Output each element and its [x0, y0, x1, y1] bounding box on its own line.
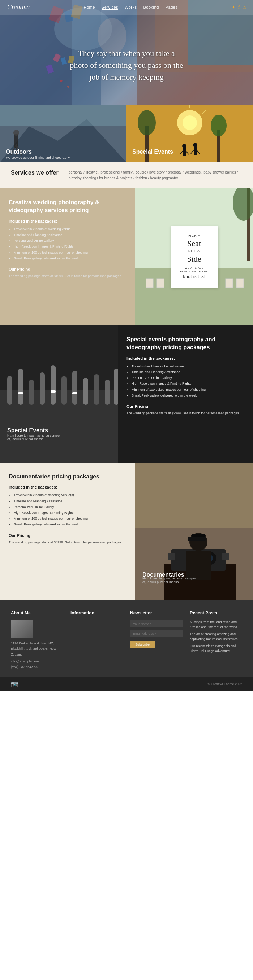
- docs-pricing-subheading: Included in the packages:: [9, 485, 126, 489]
- main-nav: Home Services Works Booking Pages: [84, 5, 178, 10]
- docs-pricing-heading: Documentaries pricing packages: [9, 473, 126, 480]
- list-item: Sneak Peek gallery delivered within the …: [14, 522, 126, 527]
- wedding-sign-text: Pick a Seat not a Side WE ARE ALL FAMILY…: [176, 234, 212, 280]
- events-bg-svg2: [0, 326, 118, 463]
- events-our-pricing-label: Our Pricing: [126, 404, 244, 409]
- list-item: Travel within 2 hours of event venue: [131, 363, 244, 369]
- footer-posts-col: Recent Posts Musings from the land of ic…: [190, 611, 242, 670]
- wedding-our-pricing-label: Our Pricing: [9, 267, 126, 271]
- svg-rect-53: [18, 369, 23, 405]
- footer-post-3: Our recent trip to Patagonia and Sierra …: [190, 644, 242, 654]
- svg-rect-56: [51, 365, 56, 405]
- copyright-text: © Creativa Theme 2022: [207, 682, 242, 686]
- list-item: Personalized Online Gallery: [14, 504, 126, 510]
- gallery-section: Outdoors We provide outdoor filming and …: [0, 105, 253, 162]
- events-label: Special Events: [132, 149, 173, 155]
- newsletter-name-input[interactable]: [130, 620, 183, 627]
- list-item: Travel within 2 hours of Wedding venue: [14, 226, 126, 232]
- list-item: Minimum of 100 edited images per hour of…: [14, 250, 126, 256]
- docs-pricing-section: Documentaries pricing packages Included …: [0, 463, 253, 600]
- linkedin-icon[interactable]: in: [242, 5, 246, 10]
- svg-rect-77: [187, 536, 206, 541]
- twitter-icon[interactable]: ✦: [232, 5, 235, 10]
- svg-point-26: [183, 116, 197, 130]
- list-item: Timeline and Planning Assistance: [14, 498, 126, 504]
- footer-info-col: Information: [70, 611, 123, 670]
- svg-point-30: [211, 115, 227, 137]
- sign-line6: FAMILY ONCE THE: [176, 270, 212, 274]
- events-pricing-text: Special events photography and videograp…: [118, 326, 253, 463]
- hero-quote: They say that when you take a photo of s…: [69, 47, 184, 83]
- svg-rect-63: [18, 392, 23, 395]
- svg-rect-60: [94, 374, 99, 405]
- footer-newsletter-col: Newsletter Subscribe: [130, 611, 183, 670]
- gallery-events: Special Events: [126, 105, 253, 162]
- footer-posts-title: Recent Posts: [190, 611, 242, 616]
- nav-works[interactable]: Works: [125, 5, 137, 10]
- docs-our-pricing-desc: The wedding package starts at $4999. Get…: [9, 540, 126, 545]
- list-item: Personalized Online Gallery: [14, 238, 126, 243]
- wedding-pricing-text: Creativa wedding photography & videograp…: [0, 188, 135, 326]
- social-icons: ✦ f in: [232, 5, 246, 10]
- docs-pricing-text: Documentaries pricing packages Included …: [0, 463, 135, 600]
- wedding-pricing-list: Travel within 2 hours of Wedding venue T…: [9, 226, 126, 261]
- events-image-label: Special Events: [7, 427, 48, 434]
- list-item: Sneak Peek gallery delivered within the …: [131, 393, 244, 398]
- docs-pricing-list: Travel within 2 hours of shooting venue(…: [9, 492, 126, 527]
- list-item: High-Resolution Images & Printing Rights: [14, 243, 126, 249]
- services-list: personal / lifestyle / professional / fa…: [69, 170, 242, 181]
- footer-about-email: info@example.com: [11, 659, 63, 664]
- services-section: Services we offer personal / lifestyle /…: [0, 162, 253, 188]
- nav-booking[interactable]: Booking: [144, 5, 159, 10]
- svg-rect-71: [222, 553, 229, 560]
- svg-rect-61: [105, 380, 110, 405]
- sign-line4: Side: [176, 254, 212, 265]
- wedding-pricing-heading: Creativa wedding photography & videograp…: [9, 199, 126, 215]
- list-item: High-Resolution Images & Printing Rights: [14, 510, 126, 515]
- footer-post-1: Musings from the land of ice and fire: I…: [190, 620, 242, 630]
- svg-rect-59: [83, 378, 88, 405]
- newsletter-subscribe-button[interactable]: Subscribe: [130, 641, 155, 648]
- list-item: Sneak Peek gallery delivered within the …: [14, 256, 126, 261]
- svg-rect-52: [7, 376, 12, 405]
- gallery-outdoors: Outdoors We provide outdoor filming and …: [0, 105, 126, 162]
- events-image-sublabel: Nam libero tempus, facilis eu semper et,…: [7, 434, 65, 441]
- sign-line3: not a: [176, 249, 212, 254]
- docs-image-sublabel: Nam libero tempus, facilis eu semper et,…: [143, 577, 200, 584]
- svg-rect-67: [135, 463, 253, 528]
- footer-about-col: About Me 1196 Broken Island Hse, 14Z, Bl…: [11, 611, 63, 670]
- footer-about-phone: (+64) 987 6543 56: [11, 664, 63, 670]
- list-item: Timeline and Planning Assistance: [14, 232, 126, 238]
- events-image: Special Events Nam libero tempus, facili…: [0, 326, 118, 463]
- docs-image: Documentaries Nam libero tempus, facilis…: [135, 463, 253, 600]
- events-pricing-section: Special Events Nam libero tempus, facili…: [0, 326, 253, 463]
- nav-services[interactable]: Services: [102, 5, 118, 10]
- newsletter-email-input[interactable]: [130, 630, 183, 637]
- footer-about-image: [11, 620, 32, 638]
- docs-our-pricing-label: Our Pricing: [9, 533, 126, 538]
- wedding-sign: Pick a Seat not a Side WE ARE ALL FAMILY…: [171, 226, 218, 288]
- svg-rect-62: [114, 369, 118, 405]
- events-pricing-heading: Special events photography and videograp…: [126, 336, 244, 352]
- facebook-icon[interactable]: f: [238, 5, 240, 10]
- list-item: Minimum of 100 edited images per hour of…: [131, 387, 244, 393]
- svg-rect-44: [146, 278, 153, 288]
- svg-rect-46: [226, 278, 233, 288]
- nav-pages[interactable]: Pages: [165, 5, 178, 10]
- site-footer: About Me 1196 Broken Island Hse, 14Z, Bl…: [0, 600, 253, 677]
- camera-icon: 📷: [11, 681, 18, 687]
- svg-rect-75: [186, 551, 211, 580]
- events-pricing-subheading: Included in the packages:: [126, 356, 244, 361]
- nav-home[interactable]: Home: [84, 5, 95, 10]
- outdoors-label: Outdoors: [6, 149, 32, 155]
- events-our-pricing-desc: The wedding package starts at $2999. Get…: [126, 410, 244, 416]
- logo[interactable]: Creativa: [7, 3, 30, 11]
- hero-section: ♥ ♥ They say that when you take a photo …: [0, 0, 253, 105]
- svg-rect-55: [40, 372, 45, 405]
- sign-line7: knot is tied: [176, 273, 212, 280]
- footer-newsletter-title: Newsletter: [130, 611, 183, 616]
- footer-info-title: Information: [70, 611, 123, 616]
- list-item: Travel within 2 hours of shooting venue(…: [14, 492, 126, 498]
- svg-point-35: [193, 143, 197, 147]
- footer-about-title: About Me: [11, 611, 63, 616]
